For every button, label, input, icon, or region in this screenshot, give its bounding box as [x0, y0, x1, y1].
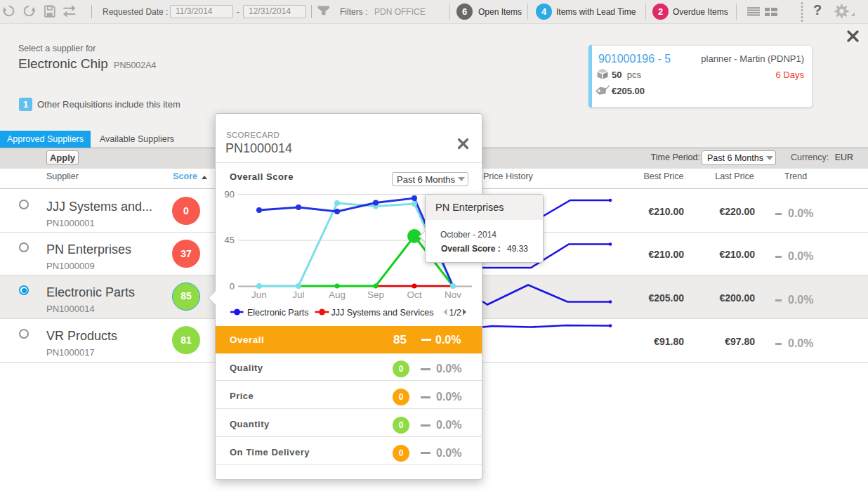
- svg-text:JJJ Systems and Services: JJJ Systems and Services: [331, 308, 434, 318]
- svg-text:1/2: 1/2: [449, 308, 461, 318]
- svg-text:Aug: Aug: [329, 290, 346, 300]
- svg-text:Jul: Jul: [292, 290, 304, 300]
- svg-text:45: 45: [225, 235, 235, 245]
- svg-text:0: 0: [230, 281, 235, 292]
- svg-text:Electronic Parts: Electronic Parts: [247, 308, 309, 318]
- svg-text:Jun: Jun: [251, 290, 267, 300]
- svg-text:Sep: Sep: [367, 290, 384, 300]
- svg-text:90: 90: [225, 189, 235, 200]
- svg-text:Oct: Oct: [407, 290, 421, 300]
- svg-text:Nov: Nov: [445, 290, 461, 300]
